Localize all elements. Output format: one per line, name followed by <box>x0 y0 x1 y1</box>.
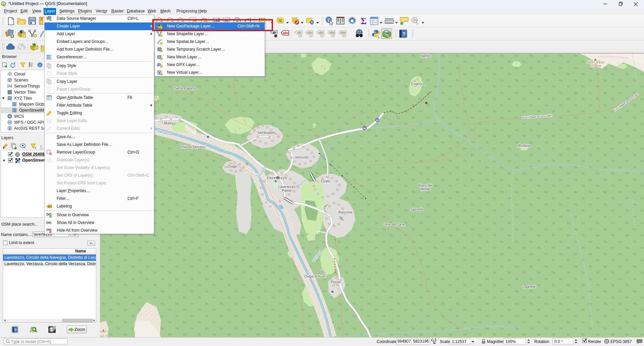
svg-text:Pizzo d'Eus: Pizzo d'Eus <box>587 60 604 64</box>
svg-text:abc: abc <box>340 31 346 34</box>
svg-text:abc: abc <box>329 31 335 34</box>
svg-text:Posse: Posse <box>331 280 340 284</box>
svg-text:H: H <box>376 119 379 122</box>
svg-text:Cognora: Cognora <box>411 82 425 86</box>
svg-text:V: V <box>9 127 11 130</box>
svg-text:Verzuolo: Verzuolo <box>295 155 309 159</box>
svg-text:Laghetto: Laghetto <box>523 285 537 289</box>
svg-text:Serta Pagana: Serta Pagana <box>174 86 196 90</box>
svg-text:Paese: Paese <box>282 188 292 192</box>
svg-text:abc: abc <box>283 31 289 35</box>
svg-text:Piano del: Piano del <box>418 184 432 187</box>
svg-text:Rodana: Rodana <box>519 143 531 148</box>
svg-text:i: i <box>328 17 329 22</box>
svg-text:Monte: Monte <box>421 187 430 191</box>
svg-text:822 m: 822 m <box>100 334 108 337</box>
svg-text:Rancone: Rancone <box>338 210 353 214</box>
svg-text:abc: abc <box>318 31 324 34</box>
svg-text:Σ: Σ <box>361 16 367 25</box>
svg-text:H: H <box>364 127 366 130</box>
svg-text:Sassello: Sassello <box>410 207 424 211</box>
svg-text:SM: SM <box>384 32 389 35</box>
svg-text:1730 m: 1730 m <box>590 64 601 68</box>
svg-text:Corte da Cane: Corte da Cane <box>382 222 405 226</box>
svg-text:Oviga di Fuori: Oviga di Fuori <box>304 274 326 278</box>
svg-text:Costa: Costa <box>321 179 330 183</box>
svg-text:dentro: dentro <box>421 54 431 58</box>
svg-text:i: i <box>40 63 41 67</box>
svg-text:Mulini: Mulini <box>164 121 173 125</box>
svg-text:?: ? <box>14 328 16 332</box>
svg-text:abc: abc <box>307 31 313 34</box>
svg-text:Oviga: Oviga <box>227 164 237 168</box>
svg-text:abc: abc <box>48 205 52 208</box>
svg-text:?: ? <box>402 31 406 37</box>
svg-text:Sambugaro: Sambugaro <box>257 130 275 134</box>
svg-text:ab: ab <box>298 31 301 34</box>
svg-text:Chiossi Ferrasci: Chiossi Ferrasci <box>180 145 205 149</box>
